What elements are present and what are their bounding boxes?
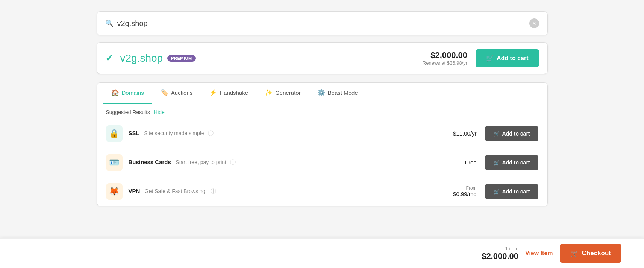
list-item: 🔒 SSL Site security made simple ⓘ $11.00… bbox=[97, 119, 547, 148]
cart-icon: 🛒 bbox=[486, 55, 494, 62]
view-item-link[interactable]: View Item bbox=[525, 250, 553, 257]
bottom-bar: 1 item $2,000.00 View Item 🛒 Checkout bbox=[0, 238, 644, 268]
tab-generator[interactable]: ✨ Generator bbox=[256, 83, 309, 104]
search-value: v2g.shop bbox=[117, 19, 148, 28]
domain-add-to-cart-label: Add to cart bbox=[497, 55, 528, 62]
vpn-from-label: From bbox=[447, 186, 477, 191]
domains-tab-icon: 🏠 bbox=[111, 89, 119, 97]
tab-domains-label: Domains bbox=[122, 90, 144, 96]
biz-add-to-cart-button[interactable]: 🛒 Add to cart bbox=[485, 155, 538, 170]
ssl-price: $11.00/yr bbox=[447, 130, 477, 137]
cart-icon: 🛒 bbox=[493, 131, 500, 137]
handshake-tab-icon: ⚡ bbox=[209, 89, 217, 97]
biz-price: Free bbox=[447, 159, 477, 166]
vpn-add-to-cart-button[interactable]: 🛒 Add to cart bbox=[485, 184, 538, 199]
cart-total: $2,000.00 bbox=[482, 251, 518, 261]
biz-description: Start free, pay to print bbox=[176, 159, 226, 165]
beast-mode-tab-icon: ⚙️ bbox=[317, 89, 325, 97]
domain-renews: Renews at $36.98/yr bbox=[423, 60, 467, 66]
tab-beast-mode-label: Beast Mode bbox=[328, 90, 358, 96]
biz-info-icon[interactable]: ⓘ bbox=[230, 159, 236, 165]
biz-price-value: Free bbox=[465, 159, 477, 166]
vpn-price-value: $0.99/mo bbox=[453, 191, 477, 197]
tabs-header: 🏠 Domains 🏷️ Auctions ⚡ Handshake ✨ Gene… bbox=[97, 83, 547, 104]
search-icon: 🔍 bbox=[105, 19, 114, 27]
cart-icon: 🛒 bbox=[493, 160, 500, 166]
ssl-add-to-cart-button[interactable]: 🛒 Add to cart bbox=[485, 126, 538, 141]
cart-summary: 1 item $2,000.00 bbox=[482, 246, 518, 261]
tab-domains[interactable]: 🏠 Domains bbox=[103, 83, 152, 104]
ssl-price-value: $11.00/yr bbox=[453, 130, 477, 137]
checkout-cart-icon: 🛒 bbox=[570, 249, 579, 257]
available-check-icon: ✓ bbox=[105, 52, 114, 64]
tab-auctions-label: Auctions bbox=[171, 90, 193, 96]
vpn-icon: 🦊 bbox=[106, 183, 123, 200]
cart-icon: 🛒 bbox=[493, 189, 500, 195]
vpn-description: Get Safe & Fast Browsing! bbox=[145, 188, 207, 194]
tabs-section: 🏠 Domains 🏷️ Auctions ⚡ Handshake ✨ Gene… bbox=[97, 82, 548, 206]
clear-search-button[interactable]: ✕ bbox=[529, 18, 539, 28]
domain-add-to-cart-button[interactable]: 🛒 Add to cart bbox=[476, 49, 539, 67]
biz-add-to-cart-label: Add to cart bbox=[502, 160, 530, 166]
checkout-label: Checkout bbox=[582, 250, 611, 257]
ssl-info-icon[interactable]: ⓘ bbox=[208, 130, 214, 136]
hide-suggested-link[interactable]: Hide bbox=[154, 109, 165, 115]
tab-handshake-label: Handshake bbox=[220, 90, 248, 96]
generator-tab-icon: ✨ bbox=[265, 89, 273, 97]
domain-price-section: $2,000.00 Renews at $36.98/yr bbox=[423, 50, 467, 66]
domain-price: $2,000.00 bbox=[423, 50, 467, 60]
tab-generator-label: Generator bbox=[275, 90, 301, 96]
ssl-add-to-cart-label: Add to cart bbox=[502, 131, 530, 137]
biz-title: Business Cards bbox=[129, 159, 171, 165]
business-cards-icon: 🪪 bbox=[106, 154, 123, 171]
suggested-results-text: Suggested Results bbox=[106, 109, 150, 115]
ssl-info: SSL Site security made simple ⓘ bbox=[129, 130, 214, 137]
tab-handshake[interactable]: ⚡ Handshake bbox=[201, 83, 256, 104]
checkout-button[interactable]: 🛒 Checkout bbox=[560, 244, 621, 263]
tab-auctions[interactable]: 🏷️ Auctions bbox=[152, 83, 201, 104]
biz-info: Business Cards Start free, pay to print … bbox=[129, 159, 236, 166]
suggested-label: Suggested Results Hide bbox=[97, 104, 547, 119]
auctions-tab-icon: 🏷️ bbox=[161, 89, 168, 97]
tab-beast-mode[interactable]: ⚙️ Beast Mode bbox=[309, 83, 366, 104]
vpn-title: VPN bbox=[129, 188, 140, 194]
ssl-title: SSL bbox=[129, 130, 139, 136]
vpn-add-to-cart-label: Add to cart bbox=[502, 189, 530, 195]
search-bar: 🔍 v2g.shop ✕ bbox=[97, 11, 548, 35]
ssl-icon: 🔒 bbox=[106, 125, 123, 142]
vpn-info-icon[interactable]: ⓘ bbox=[211, 188, 216, 194]
premium-badge: PREMIUM bbox=[167, 55, 195, 62]
vpn-price: From $0.99/mo bbox=[447, 186, 477, 197]
cart-items-count: 1 item bbox=[482, 246, 518, 251]
list-item: 🪪 Business Cards Start free, pay to prin… bbox=[97, 148, 547, 177]
domain-result-row: ✓ v2g.shop PREMIUM $2,000.00 Renews at $… bbox=[97, 42, 548, 74]
search-left: 🔍 v2g.shop bbox=[105, 19, 529, 28]
list-item: 🦊 VPN Get Safe & Fast Browsing! ⓘ From $… bbox=[97, 177, 547, 206]
ssl-description: Site security made simple bbox=[144, 130, 204, 136]
domain-name: v2g.shop bbox=[120, 52, 163, 64]
vpn-info: VPN Get Safe & Fast Browsing! ⓘ bbox=[129, 188, 217, 195]
